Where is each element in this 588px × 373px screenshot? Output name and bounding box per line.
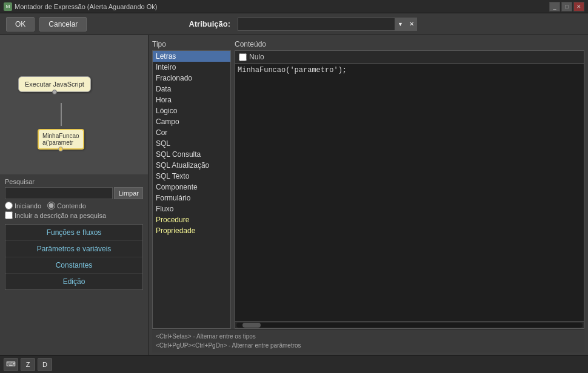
- search-input[interactable]: [5, 187, 113, 199]
- d-button[interactable]: D: [38, 358, 52, 371]
- hint-1: <Ctrl+Setas> - Alternar entre os tipos: [156, 332, 581, 341]
- titlebar-buttons: _ □ ✕: [549, 2, 584, 12]
- ok-button[interactable]: OK: [6, 17, 35, 31]
- bottom-bar: ⌨ Z D: [0, 355, 588, 373]
- diagram-area: Executar JavaScript MinhaFuncao a('param…: [0, 35, 148, 174]
- tipo-item-5[interactable]: Lógico: [153, 105, 230, 116]
- titlebar-text: Montador de Expressão (Alerta Aguardando…: [15, 3, 549, 10]
- tipo-item-0[interactable]: Letras: [153, 51, 230, 62]
- radio-iniciando[interactable]: Iniciando: [5, 202, 41, 210]
- attribution-input-group: ▼ ✕: [238, 18, 417, 31]
- maximize-button[interactable]: □: [561, 2, 572, 12]
- checkbox-descricao[interactable]: [5, 211, 13, 219]
- radio-row: Iniciando Contendo: [5, 202, 143, 210]
- left-panel: Executar JavaScript MinhaFuncao a('param…: [0, 35, 149, 355]
- radio-contendo[interactable]: Contendo: [47, 202, 86, 210]
- toolbar: OK Cancelar Atribuição: ▼ ✕: [0, 13, 588, 35]
- tipo-item-11[interactable]: SQL Texto: [153, 171, 230, 182]
- conteudo-header: Conteúdo: [235, 40, 584, 48]
- tipo-panel: Tipo LetrasInteiroFracionadoDataHoraLógi…: [152, 40, 231, 329]
- attribution-dropdown-button[interactable]: ▼: [395, 18, 406, 31]
- radio-contendo-input[interactable]: [47, 202, 55, 210]
- minha-line2: a('parametr: [42, 139, 79, 146]
- hint-2: <Ctrl+PgUP><Ctrl+PgDn> - Alternar entre …: [156, 341, 581, 350]
- search-clear-button[interactable]: Limpar: [114, 187, 143, 199]
- tipo-item-9[interactable]: SQL Consulta: [153, 149, 230, 160]
- minha-line1: MinhaFuncao: [42, 133, 79, 139]
- checkbox-descricao-row: Incluir a descrição na pesquisa: [5, 211, 143, 219]
- tipo-item-4[interactable]: Hora: [153, 94, 230, 105]
- tipo-item-7[interactable]: Cor: [153, 127, 230, 138]
- panels-row: Tipo LetrasInteiroFracionadoDataHoraLógi…: [152, 40, 584, 329]
- app-icon: M: [4, 2, 12, 11]
- search-label: Pesquisar: [5, 178, 143, 185]
- horizontal-scrollbar[interactable]: [235, 322, 584, 329]
- search-row: Limpar: [5, 187, 143, 199]
- conteudo-panel: Conteúdo Nulo: [235, 40, 584, 329]
- tipo-item-1[interactable]: Inteiro: [153, 62, 230, 73]
- nulo-label: Nulo: [249, 53, 264, 61]
- radio-iniciando-input[interactable]: [5, 202, 13, 210]
- minimize-button[interactable]: _: [549, 2, 560, 12]
- categories-panel: Funções e fluxos Parâmetros e variáveis …: [5, 224, 143, 290]
- tipo-item-8[interactable]: SQL: [153, 138, 230, 149]
- hscroll-thumb: [242, 323, 261, 328]
- category-funcoes[interactable]: Funções e fluxos: [5, 225, 142, 241]
- tipo-item-10[interactable]: SQL Atualização: [153, 160, 230, 171]
- right-panel: Tipo LetrasInteiroFracionadoDataHoraLógi…: [149, 35, 588, 355]
- tipo-item-13[interactable]: Formulário: [153, 193, 230, 203]
- search-area: Pesquisar Limpar Iniciando Contendo Incl…: [0, 174, 148, 224]
- attribution-clear-button[interactable]: ✕: [406, 18, 417, 31]
- hints-area: <Ctrl+Setas> - Alternar entre os tipos <…: [152, 329, 584, 352]
- nulo-row: Nulo: [235, 50, 584, 63]
- hscroll-track: [236, 323, 583, 328]
- node-bottom-dot-2: [58, 147, 63, 151]
- tipo-item-2[interactable]: Fracionado: [153, 73, 230, 84]
- minha-node[interactable]: MinhaFuncao a('parametr: [38, 129, 84, 150]
- tipo-item-16[interactable]: Propriedade: [153, 225, 230, 236]
- titlebar: M Montador de Expressão (Alerta Aguardan…: [0, 0, 588, 13]
- connector-line: [61, 103, 62, 126]
- cancel-button[interactable]: Cancelar: [39, 17, 87, 31]
- nulo-checkbox[interactable]: [239, 53, 247, 61]
- tipo-item-12[interactable]: Componente: [153, 182, 230, 193]
- keyboard-button[interactable]: ⌨: [4, 358, 18, 371]
- attribution-input[interactable]: [238, 18, 395, 31]
- tipo-item-6[interactable]: Campo: [153, 116, 230, 127]
- category-edicao[interactable]: Edição: [5, 274, 142, 289]
- tipo-item-3[interactable]: Data: [153, 84, 230, 94]
- close-button[interactable]: ✕: [573, 2, 584, 12]
- z-button[interactable]: Z: [21, 358, 35, 371]
- execjs-node[interactable]: Executar JavaScript: [18, 76, 91, 92]
- category-parametros[interactable]: Parâmetros e variáveis: [5, 241, 142, 257]
- attribution-label: Atribuição:: [189, 19, 230, 28]
- node-bottom-dot: [52, 90, 57, 94]
- conteudo-textarea[interactable]: [235, 63, 584, 322]
- tipo-list[interactable]: LetrasInteiroFracionadoDataHoraLógicoCam…: [152, 50, 231, 329]
- tipo-item-15[interactable]: Procedure: [153, 214, 230, 225]
- category-constantes[interactable]: Constantes: [5, 257, 142, 274]
- tipo-header: Tipo: [152, 40, 231, 48]
- tipo-item-14[interactable]: Fluxo: [153, 203, 230, 214]
